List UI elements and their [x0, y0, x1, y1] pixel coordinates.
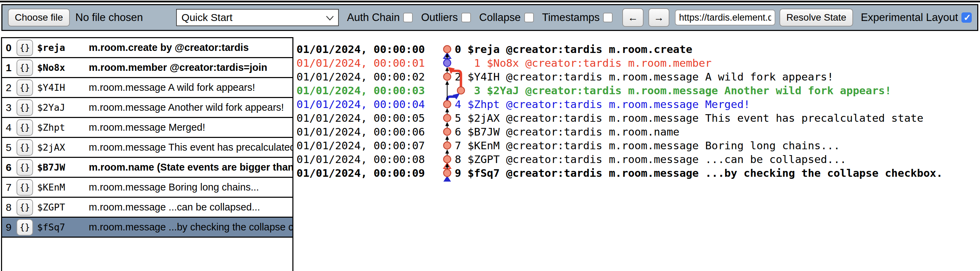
dag-start-marker: [443, 176, 451, 182]
timeline-timestamp: 01/01/2024, 00:00:09: [296, 166, 425, 180]
timeline-timestamp: 01/01/2024, 00:00:08: [296, 152, 425, 166]
timeline-event-line[interactable]: 1 $No8x @creator:tardis m.room.member: [455, 56, 712, 70]
server-url-input[interactable]: [675, 10, 775, 26]
view-json-button[interactable]: {}: [16, 59, 33, 76]
timeline-event-line[interactable]: 0 $reja @creator:tardis m.room.create: [455, 42, 692, 56]
auth-chain-label: Auth Chain: [347, 11, 400, 24]
event-index: 8: [2, 201, 15, 213]
outliers-label: Outliers: [421, 11, 458, 24]
dag-arrowhead: [445, 150, 449, 154]
event-id: $Y4IH: [37, 82, 89, 93]
dag-event-node[interactable]: [444, 169, 451, 177]
timeline-timestamp: 01/01/2024, 00:00:02: [296, 70, 425, 84]
dag-hollow-arrowhead: [444, 53, 450, 59]
event-index: 6: [2, 162, 15, 173]
view-json-button[interactable]: {}: [16, 179, 33, 196]
event-list-row[interactable]: 6 {} $B7JW m.room.name (State events are…: [2, 158, 293, 178]
view-json-button[interactable]: {}: [16, 99, 33, 116]
timeline-event-line[interactable]: 6 $B7JW @creator:tardis m.room.name: [455, 125, 679, 139]
event-list-row[interactable]: 0 {} $reja m.room.create by @creator:tar…: [2, 38, 293, 58]
event-summary: m.room.name (State events are bigger tha…: [89, 162, 293, 173]
resolve-state-button[interactable]: Resolve State: [780, 9, 853, 27]
timeline-event-line[interactable]: 9 $fSq7 @creator:tardis m.room.message .…: [455, 166, 942, 180]
dag-event-node[interactable]: [444, 115, 451, 122]
dag-arrowhead: [445, 163, 449, 167]
timeline-timestamp: 01/01/2024, 00:00:03: [296, 84, 425, 97]
event-list-row[interactable]: 4 {} $Zhpt m.room.message Merged!: [2, 118, 293, 138]
experimental-layout-checkbox[interactable]: [961, 13, 972, 23]
dag-arrowhead: [448, 67, 455, 74]
preset-select[interactable]: Quick Start: [176, 9, 339, 26]
collapse-label: Collapse: [479, 11, 521, 24]
chevron-down-icon: [326, 16, 334, 21]
timestamps-checkbox[interactable]: [603, 13, 612, 22]
view-json-button[interactable]: {}: [16, 199, 33, 216]
outliers-checkbox[interactable]: [461, 13, 471, 22]
dag-arrowhead: [445, 81, 449, 85]
top-divider: [0, 1, 980, 2]
choose-file-button[interactable]: Choose file: [8, 9, 70, 27]
event-id: $2jAX: [37, 142, 89, 153]
step-back-button[interactable]: ←: [622, 8, 643, 27]
auth-chain-checkbox[interactable]: [403, 13, 413, 22]
event-list-row[interactable]: 1 {} $No8x m.room.member @creator:tardis…: [2, 58, 293, 78]
timeline-event-line[interactable]: 4 $Zhpt @creator:tardis m.room.message M…: [455, 97, 750, 111]
timeline-event-line[interactable]: 2 $Y4IH @creator:tardis m.room.message A…: [455, 70, 834, 84]
event-index: 4: [2, 122, 15, 134]
event-id: $B7JW: [37, 162, 89, 173]
dag-arrowhead: [445, 108, 449, 112]
dag-event-node[interactable]: [444, 156, 451, 163]
dag-arrowhead: [445, 67, 449, 71]
event-list-row[interactable]: 7 {} $KEnM m.room.message Boring long ch…: [2, 178, 293, 198]
view-json-button[interactable]: {}: [16, 219, 33, 236]
dag-event-node[interactable]: [444, 46, 451, 53]
dag-event-node[interactable]: [444, 128, 451, 136]
event-index: 3: [2, 102, 15, 113]
event-index: 1: [2, 62, 15, 73]
event-index: 2: [2, 82, 15, 94]
event-list: 0 {} $reja m.room.create by @creator:tar…: [1, 37, 293, 271]
collapse-checkbox[interactable]: [524, 13, 534, 22]
dag-event-node[interactable]: [444, 142, 451, 149]
event-index: 5: [2, 142, 15, 153]
view-json-button[interactable]: {}: [16, 80, 33, 96]
event-list-row[interactable]: 9 {} $fSq7 m.room.message ...by checking…: [2, 218, 293, 238]
view-json-button[interactable]: {}: [16, 159, 33, 176]
event-list-row[interactable]: 3 {} $2YaJ m.room.message Another wild f…: [2, 98, 293, 118]
dag-event-node[interactable]: [444, 73, 451, 80]
event-summary: m.room.member @creator:tardis=join: [89, 62, 267, 73]
event-list-row[interactable]: 8 {} $ZGPT m.room.message ...can be coll…: [2, 198, 293, 218]
event-id: $2YaJ: [37, 102, 89, 113]
step-forward-button[interactable]: →: [648, 8, 670, 27]
view-json-button[interactable]: {}: [16, 40, 33, 56]
event-list-row[interactable]: 5 {} $2jAX m.room.message This event has…: [2, 138, 293, 158]
timeline-timestamp: 01/01/2024, 00:00:00: [296, 42, 425, 56]
dag-event-node[interactable]: [444, 101, 451, 108]
event-id: $reja: [37, 42, 89, 53]
event-index: 9: [2, 222, 15, 233]
timeline-event-line[interactable]: 3 $2YaJ @creator:tardis m.room.message A…: [455, 84, 891, 97]
event-summary: m.room.message Merged!: [89, 122, 205, 133]
view-json-button[interactable]: {}: [16, 120, 33, 136]
timeline-event-line[interactable]: 8 $ZGPT @creator:tardis m.room.message .…: [455, 152, 846, 166]
dag-arrowhead: [445, 53, 449, 57]
event-summary: m.room.message Another wild fork appears…: [89, 102, 284, 113]
event-id: $No8x: [37, 62, 89, 73]
no-file-chosen-label: No file chosen: [75, 11, 143, 24]
view-json-button[interactable]: {}: [16, 139, 33, 156]
timeline-event-line[interactable]: 5 $2jAX @creator:tardis m.room.message T…: [455, 111, 923, 125]
dag-hollow-arrowhead: [444, 163, 450, 169]
timeline-event-line[interactable]: 7 $KEnM @creator:tardis m.room.message B…: [455, 139, 840, 152]
dag-event-node[interactable]: [444, 59, 451, 67]
timeline-timestamp: 01/01/2024, 00:00:01: [296, 56, 425, 70]
dag-arrowhead: [445, 136, 449, 140]
event-summary: m.room.message ...can be collapsed...: [89, 201, 260, 213]
timeline-timestamp: 01/01/2024, 00:00:07: [296, 139, 425, 152]
toolbar: Choose file No file chosen Quick Start A…: [2, 4, 978, 31]
timeline-timestamp: 01/01/2024, 00:00:04: [296, 97, 425, 111]
experimental-layout-label: Experimental Layout: [861, 11, 958, 24]
timeline-timestamp: 01/01/2024, 00:00:06: [296, 125, 425, 139]
event-list-row[interactable]: 2 {} $Y4IH m.room.message A wild fork ap…: [2, 78, 293, 98]
dag-edge-merge-blue: [447, 97, 455, 101]
event-id: $Zhpt: [37, 122, 89, 133]
